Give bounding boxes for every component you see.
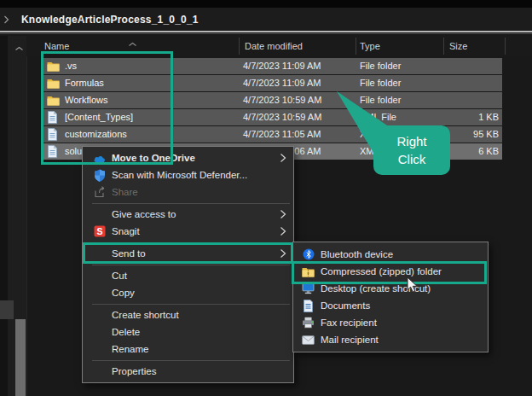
menu-item-desktop-create-shortcut[interactable]: Desktop (create shortcut) [293, 280, 488, 297]
file-row-content-types[interactable]: [Content_Types]4/7/2023 10:59 AMXML File… [41, 109, 502, 125]
no-icon [92, 364, 107, 378]
menu-item-cut[interactable]: Cut [83, 267, 293, 284]
folder-icon [47, 77, 60, 90]
menu-item-bluetooth-device[interactable]: Bluetooth device [293, 246, 488, 263]
svg-text:S: S [96, 226, 102, 236]
menu-item-label: Rename [112, 344, 148, 354]
menu-item-share[interactable]: Share [83, 183, 293, 201]
file-type: File folder [360, 92, 401, 108]
menu-separator [92, 265, 290, 265]
menu-item-label: Delete [112, 327, 140, 337]
menu-item-properties[interactable]: Properties [83, 363, 293, 380]
file-type: XML File [360, 126, 396, 143]
no-icon [92, 308, 107, 322]
menu-separator [92, 360, 290, 361]
no-icon [92, 325, 107, 339]
file-name: Formulas [65, 75, 104, 91]
bluetooth-icon [301, 248, 315, 261]
folder-icon [47, 60, 60, 73]
file-name: [Content_Types] [65, 109, 133, 125]
menu-item-label: Fax recipient [321, 317, 377, 328]
menu-item-compressed-zipped-folder[interactable]: Compressed (zipped) folder [293, 263, 488, 280]
file-row-customizations[interactable]: customizations4/7/2023 11:05 AMXML File9… [41, 126, 502, 143]
zip-folder-icon [301, 265, 315, 278]
menu-item-label: Create shortcut [112, 310, 179, 320]
menu-item-label: Copy [112, 288, 135, 298]
file-row-workflows[interactable]: Workflows4/7/2023 10:59 AMFile folder [41, 92, 502, 108]
context-menu: Move to OneDriveScan with Microsoft Defe… [82, 146, 294, 383]
explorer-window: KnowledgeArticleProcess_1_0_0_1 NameDate… [0, 0, 532, 396]
menu-item-label: Properties [112, 366, 156, 376]
menu-item-label: Snagit [112, 226, 140, 236]
menu-item-rename[interactable]: Rename [83, 341, 293, 358]
file-date-modified: 4/7/2023 11:09 AM [243, 75, 321, 91]
no-icon [92, 207, 107, 221]
menu-item-label: Documents [321, 300, 370, 311]
file-name: Workflows [65, 92, 108, 108]
no-icon [92, 247, 107, 260]
file-row-formulas[interactable]: Formulas4/7/2023 11:09 AMFile folder [41, 75, 502, 91]
file-size: 6 KB [413, 143, 499, 160]
menu-item-label: Mail recipient [321, 335, 379, 345]
menu-item-give-access-to[interactable]: Give access to [83, 206, 293, 223]
submenu-chevron-icon [280, 248, 286, 259]
folder-icon [47, 94, 60, 107]
menu-item-copy[interactable]: Copy [83, 284, 293, 301]
no-icon [92, 286, 107, 300]
onedrive-icon [92, 151, 107, 165]
xml-file-icon [47, 128, 60, 141]
file-date-modified: 4/7/2023 10:59 AM [243, 109, 321, 125]
file-date-modified: 4/7/2023 11:09 AM [243, 58, 321, 74]
menu-item-delete[interactable]: Delete [83, 323, 293, 341]
desktop-icon [301, 282, 315, 295]
share-icon [92, 185, 107, 199]
file-size: 95 KB [413, 126, 499, 143]
menu-separator [92, 304, 290, 305]
menu-item-label: Scan with Microsoft Defender... [112, 170, 247, 180]
menu-separator [92, 242, 290, 243]
menu-item-label: Cut [112, 271, 127, 281]
menu-item-move-to-onedrive[interactable]: Move to OneDrive [83, 149, 293, 166]
menu-item-label: Send to [112, 248, 146, 259]
file-type: XML File [360, 109, 396, 125]
menu-item-label: Share [112, 187, 138, 197]
file-type: File folder [360, 75, 401, 91]
menu-item-send-to[interactable]: Send to [83, 245, 293, 262]
file-date-modified: 4/7/2023 11:05 AM [243, 126, 321, 143]
menu-item-mail-recipient[interactable]: Mail recipient [293, 331, 488, 348]
submenu-chevron-icon [280, 153, 286, 163]
mail-icon [301, 333, 315, 346]
menu-item-snagit[interactable]: SSnagit [83, 223, 293, 240]
xml-file-icon [47, 145, 60, 158]
no-icon [92, 269, 107, 282]
menu-item-documents[interactable]: Documents [293, 297, 488, 314]
file-date-modified: 4/7/2023 10:59 AM [243, 92, 321, 108]
file-size: 1 KB [413, 109, 499, 125]
file-type: XML File [360, 143, 396, 160]
xml-file-icon [47, 111, 60, 124]
submenu-chevron-icon [280, 226, 286, 236]
fax-icon [301, 316, 315, 329]
no-icon [92, 342, 107, 356]
file-name: customizations [65, 126, 127, 143]
menu-item-label: Bluetooth device [321, 249, 393, 259]
menu-item-label: Give access to [112, 209, 176, 219]
file-type: File folder [360, 58, 401, 74]
menu-item-fax-recipient[interactable]: Fax recipient [293, 314, 488, 331]
file-name: .vs [65, 58, 77, 74]
menu-item-scan-with-microsoft-defender[interactable]: Scan with Microsoft Defender... [83, 166, 293, 183]
menu-separator [92, 203, 290, 204]
menu-item-label: Move to OneDrive [112, 153, 195, 163]
documents-icon [301, 299, 315, 312]
submenu-chevron-icon [280, 209, 286, 219]
snagit-icon: S [92, 224, 107, 238]
menu-item-create-shortcut[interactable]: Create shortcut [83, 306, 293, 323]
menu-item-label: Compressed (zipped) folder [321, 266, 442, 277]
defender-icon [92, 168, 107, 182]
send-to-submenu: Bluetooth deviceCompressed (zipped) fold… [292, 242, 489, 352]
file-row-vs[interactable]: .vs4/7/2023 11:09 AMFile folder [41, 58, 502, 74]
menu-item-label: Desktop (create shortcut) [321, 283, 431, 294]
